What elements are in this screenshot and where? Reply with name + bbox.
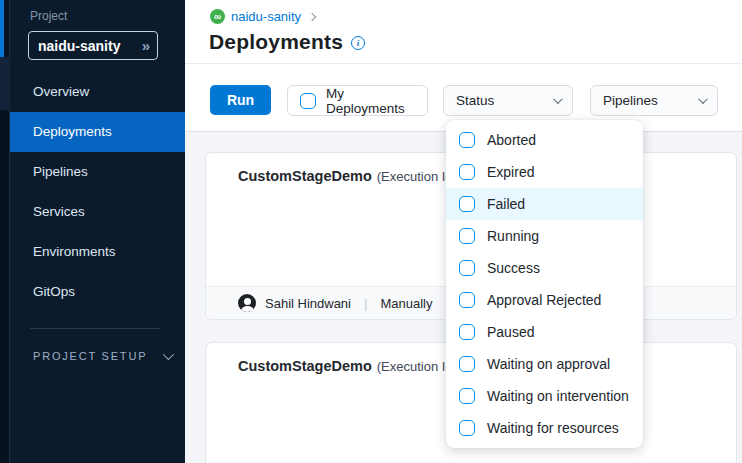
sidebar-nav-item-label: GitOps: [33, 284, 75, 299]
status-option-checkbox[interactable]: [459, 196, 475, 212]
project-selector[interactable]: naidu-sanity »: [28, 31, 158, 60]
pipelines-filter-label: Pipelines: [603, 93, 658, 108]
my-deployments-label: My Deployments: [326, 86, 415, 116]
project-setup-label: PROJECT SETUP: [33, 350, 147, 362]
sidebar-nav-item-label: Deployments: [33, 124, 112, 139]
chevron-down-icon: [553, 94, 563, 104]
status-option-label: Paused: [487, 324, 534, 340]
my-deployments-filter[interactable]: My Deployments: [287, 85, 428, 116]
pipeline-name: CustomStageDemo: [238, 168, 372, 184]
main-area: ∞ naidu-sanity Deployments i Run My Depl…: [185, 0, 742, 463]
sidebar-nav-item-label: Overview: [33, 84, 89, 99]
sidebar-nav-item[interactable]: Overview: [10, 72, 185, 112]
deployment-card-title-row: CustomStageDemo (Execution Id: [238, 168, 453, 184]
status-option-label: Waiting on intervention: [487, 388, 629, 404]
footer-separator: |: [360, 296, 371, 311]
trigger-type: Manually: [380, 296, 432, 311]
status-option[interactable]: Aborted: [446, 124, 643, 156]
status-option-checkbox[interactable]: [459, 164, 475, 180]
project-sidebar: Project naidu-sanity » Overview Deployme…: [0, 0, 185, 463]
sidebar-nav-item[interactable]: Environments: [10, 232, 185, 272]
project-setup-toggle[interactable]: PROJECT SETUP: [33, 350, 171, 362]
page-title-row: Deployments i: [209, 30, 365, 54]
status-option[interactable]: Failed: [446, 188, 643, 220]
breadcrumb: ∞ naidu-sanity: [210, 9, 315, 24]
execution-id-label: (Execution Id: [377, 359, 453, 374]
status-option-checkbox[interactable]: [459, 356, 475, 372]
status-option[interactable]: Waiting for resources: [446, 412, 643, 444]
project-label: Project: [30, 9, 67, 23]
status-option[interactable]: Waiting on intervention: [446, 380, 643, 412]
status-option-label: Waiting for resources: [487, 420, 619, 436]
sidebar-nav-item[interactable]: Pipelines: [10, 152, 185, 192]
pipeline-name: CustomStageDemo: [238, 358, 372, 374]
sidebar-divider: [30, 328, 160, 329]
triggered-by-user: Sahil Hindwani: [265, 296, 351, 311]
status-option[interactable]: Success: [446, 252, 643, 284]
status-filter-label: Status: [456, 93, 494, 108]
status-option-checkbox[interactable]: [459, 388, 475, 404]
header-divider: [185, 63, 742, 64]
status-option-checkbox[interactable]: [459, 260, 475, 276]
module-rail-active-indicator: [0, 0, 4, 57]
status-option-checkbox[interactable]: [459, 324, 475, 340]
status-option[interactable]: Running: [446, 220, 643, 252]
project-expand-icon[interactable]: »: [142, 37, 148, 54]
breadcrumb-project-link[interactable]: naidu-sanity: [231, 9, 301, 24]
sidebar-nav: Overview Deployments Pipelines Services …: [10, 72, 185, 312]
status-option-checkbox[interactable]: [459, 132, 475, 148]
status-option[interactable]: Expired: [446, 156, 643, 188]
status-option-checkbox[interactable]: [459, 292, 475, 308]
chevron-right-icon: [308, 12, 316, 20]
page-title: Deployments: [209, 30, 343, 54]
module-rail-item[interactable]: [0, 57, 10, 110]
status-option-label: Expired: [487, 164, 534, 180]
sidebar-nav-item-label: Environments: [33, 244, 116, 259]
sidebar-nav-item[interactable]: Services: [10, 192, 185, 232]
status-option-checkbox[interactable]: [459, 420, 475, 436]
status-option-label: Waiting on approval: [487, 356, 610, 372]
sidebar-nav-item-label: Pipelines: [33, 164, 88, 179]
status-option[interactable]: Waiting on approval: [446, 348, 643, 380]
status-option-label: Failed: [487, 196, 525, 212]
project-selector-value: naidu-sanity: [38, 38, 120, 54]
sidebar-nav-item[interactable]: GitOps: [10, 272, 185, 312]
sidebar-nav-item-label: Services: [33, 204, 85, 219]
status-option-label: Approval Rejected: [487, 292, 601, 308]
status-option-checkbox[interactable]: [459, 228, 475, 244]
status-filter-dropdown[interactable]: Status: [443, 85, 573, 116]
my-deployments-checkbox[interactable]: [300, 93, 316, 109]
chevron-down-icon: [163, 349, 174, 360]
status-filter-menu: Aborted Expired Failed Running Success A…: [446, 120, 643, 448]
pipelines-filter-dropdown[interactable]: Pipelines: [590, 85, 718, 116]
run-button[interactable]: Run: [210, 85, 271, 115]
user-avatar-icon: [238, 294, 256, 312]
status-option-label: Running: [487, 228, 539, 244]
module-rail: [0, 0, 10, 463]
execution-id-label: (Execution Id: [377, 169, 453, 184]
deployment-card-title-row: CustomStageDemo (Execution Id: [238, 358, 453, 374]
status-option[interactable]: Approval Rejected: [446, 284, 643, 316]
status-option-label: Success: [487, 260, 540, 276]
info-icon[interactable]: i: [351, 36, 365, 50]
sidebar-nav-item[interactable]: Deployments: [10, 112, 185, 152]
chevron-down-icon: [698, 94, 708, 104]
status-option-label: Aborted: [487, 132, 536, 148]
status-option[interactable]: Paused: [446, 316, 643, 348]
cd-module-icon: ∞: [210, 9, 225, 24]
